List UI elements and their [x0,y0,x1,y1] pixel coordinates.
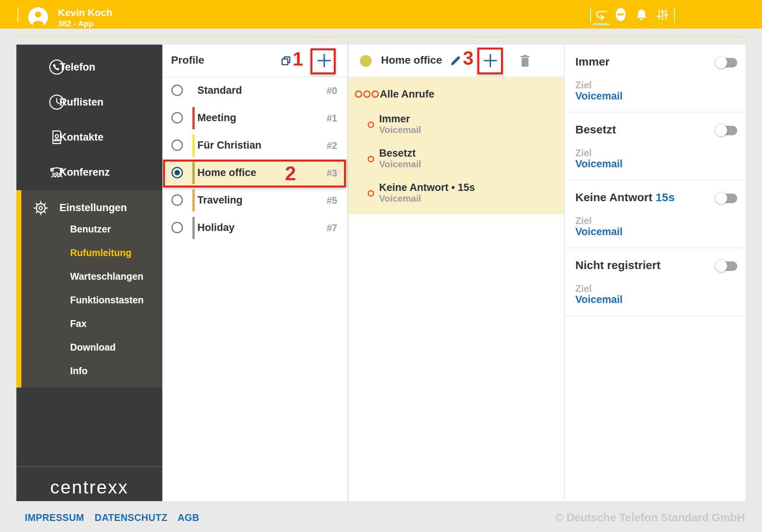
forwarding-settings-column: Immer Ziel Voicemail Besetzt Ziel Voicem… [564,45,746,501]
profile-row-holiday[interactable]: Holiday #7 [163,214,347,242]
ziel-label: Ziel [575,80,592,91]
avatar[interactable] [28,7,48,27]
duplicate-profile-icon[interactable] [280,55,292,67]
call-forward-icon[interactable] [594,7,608,22]
section-title: Nicht registriert [575,259,660,272]
profile-row-home-office[interactable]: Home office #3 [163,159,347,187]
rule-group-all-calls[interactable]: Alle Anrufe [349,84,564,105]
app-bar: Kevin Koch 382 - App [0,0,762,29]
divider [590,7,591,23]
toggle-besetzt[interactable] [715,124,737,137]
sidebar-settings-section: Einstellungen Benutzer Rufumleitung Wart… [16,190,162,388]
radio-button[interactable] [171,194,183,206]
sidebar-subitem-funktionstasten[interactable]: Funktionstasten [21,291,162,310]
user-name: Kevin Koch [58,7,112,19]
sidebar-item-label: Telefon [59,61,95,73]
section-keine-antwort: Keine Antwort 15s Ziel Voicemail [565,180,746,248]
sidebar-item-einstellungen[interactable]: Einstellungen [21,199,162,220]
sidebar-item-label: Ruflisten [59,96,104,108]
rule-item-immer[interactable]: Immer Voicemail [349,112,564,138]
sidebar-item-telefon[interactable]: Telefon [16,50,162,85]
section-nicht-registriert: Nicht registriert Ziel Voicemail [565,248,746,316]
divider [16,466,162,467]
sidebar-subitem-benutzer[interactable]: Benutzer [21,220,162,239]
divider [18,7,18,23]
radio-button[interactable] [171,222,183,233]
centrexx-logo: centrexx [16,477,162,498]
toggle-immer[interactable] [715,56,737,69]
voicemail-link[interactable]: Voicemail [575,90,623,102]
rule-bullet-icon [368,156,374,162]
footer-links: IMPRESSUM DATENSCHUTZ AGB [25,512,207,523]
ziel-label: Ziel [575,147,592,159]
sidebar-subitem-info[interactable]: Info [21,362,162,381]
profile-color-bar [192,80,195,102]
link-datenschutz[interactable]: DATENSCHUTZ [94,512,167,523]
sidebar-item-ruflisten[interactable]: Ruflisten [16,85,162,120]
ziel-label: Ziel [575,215,592,226]
add-profile-button[interactable] [315,51,333,70]
radio-button-checked[interactable] [171,167,183,178]
voicemail-link[interactable]: Voicemail [575,226,623,238]
forwarding-rules-column: Home office [348,45,564,501]
profile-row-standard[interactable]: Standard #0 [163,77,347,104]
section-title: Keine Antwort 15s [575,191,675,204]
profile-color-dot [360,55,372,67]
rules-header: Home office [349,45,564,77]
sidebar-subitem-fax[interactable]: Fax [21,314,162,333]
selected-profile-name: Home office [381,54,442,66]
toggle-nicht-registriert[interactable] [715,260,737,272]
rule-bullet-icon [368,122,374,128]
sidebar-subitem-warteschlangen[interactable]: Warteschlangen [21,267,162,286]
section-title: Besetzt [575,123,616,136]
sidebar-item-label: Kontakte [59,131,104,143]
user-icon [28,7,48,27]
profile-list-column: Profile Standard #0 [163,45,347,501]
page: Kevin Koch 382 - App [0,0,762,532]
profile-color-bar [192,135,195,157]
user-extension: 382 - App [58,19,94,28]
rules-panel: Alle Anrufe Immer Voicemail Besetzt Voic… [349,77,564,214]
content-top-border [16,36,745,38]
add-rule-button[interactable] [481,51,499,70]
profile-list-title: Profile [171,54,204,66]
profile-row-traveling[interactable]: Traveling #5 [163,187,347,214]
rule-item-besetzt[interactable]: Besetzt Voicemail [349,146,564,173]
profile-row-fuer-christian[interactable]: Für Christian #2 [163,132,347,159]
settings-sliders-icon[interactable] [655,7,670,22]
section-immer: Immer Ziel Voicemail [565,45,746,112]
profile-color-bar [192,162,195,184]
radio-button[interactable] [171,139,183,151]
delete-profile-icon[interactable] [519,54,531,68]
profile-color-bar [192,189,195,212]
active-indicator [593,23,610,25]
sidebar-subitem-download[interactable]: Download [21,338,162,357]
voicemail-link[interactable]: Voicemail [575,158,623,170]
sidebar-subitem-rufumleitung[interactable]: Rufumleitung [21,244,162,263]
profile-list-header: Profile [163,45,347,77]
radio-button[interactable] [171,85,183,96]
radio-button[interactable] [171,112,183,123]
toggle-keine-antwort[interactable] [715,192,737,205]
rule-bullet-icon [368,190,374,197]
profile-color-bar [192,107,195,129]
edit-profile-icon[interactable] [449,54,462,67]
sidebar-item-kontakte[interactable]: Kontakte [16,120,162,155]
sidebar-item-konferenz[interactable]: Konferenz [16,155,162,190]
sidebar-item-label: Einstellungen [59,202,127,214]
do-not-disturb-icon[interactable] [613,7,628,22]
notifications-bell-icon[interactable] [634,7,649,22]
link-impressum[interactable]: IMPRESSUM [25,512,84,523]
rule-item-keine-antwort[interactable]: Keine Antwort • 15s Voicemail [349,180,564,207]
copyright-text: © Deutsche Telefon Standard GmbH [555,511,745,524]
sidebar-item-label: Konferenz [59,167,110,178]
section-besetzt: Besetzt Ziel Voicemail [565,112,746,180]
link-agb[interactable]: AGB [178,512,199,523]
profile-color-bar [192,217,195,239]
voicemail-link[interactable]: Voicemail [575,294,623,306]
divider [674,7,675,23]
profile-row-meeting[interactable]: Meeting #1 [163,104,347,132]
sidebar: Telefon Ruflisten Kontakte [16,45,162,501]
all-calls-icon [354,90,379,99]
ziel-label: Ziel [575,283,592,294]
